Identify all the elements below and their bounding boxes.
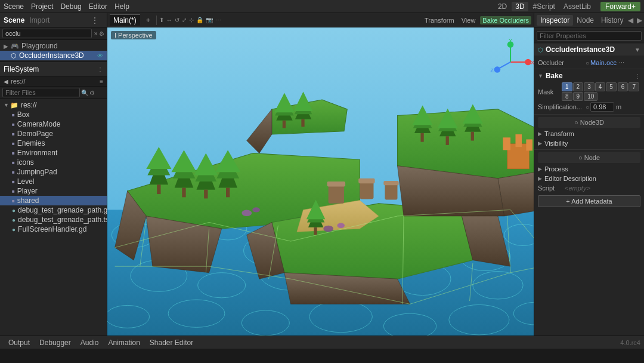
menu-scene[interactable]: Scene (4, 2, 24, 11)
filesystem-filter-input[interactable] (2, 88, 80, 97)
mask-btn-1[interactable]: 1 (562, 82, 572, 91)
svg-point-100 (252, 207, 260, 212)
inspector-nav: ◀ ▶ (627, 16, 643, 24)
viewport-canvas[interactable]: I Perspective (107, 27, 534, 336)
scene-search-input[interactable] (2, 29, 92, 38)
fs-item-icons[interactable]: ■ icons (0, 158, 107, 167)
fs-item-debug-gd[interactable]: ● debug_test_grenade_path.gd (0, 205, 107, 215)
mode-script-button[interactable]: #Script (530, 2, 559, 11)
tab-history[interactable]: History (597, 15, 627, 26)
add-metadata-button[interactable]: + Add Metadata (538, 195, 640, 207)
filesystem-path[interactable]: ◀ res:// ≡ (0, 76, 107, 87)
mask-btn-3[interactable]: 3 (584, 82, 595, 91)
filesystem-filter-icon[interactable]: 🔍 (81, 90, 88, 96)
transform-button[interactable]: Transform (422, 17, 457, 24)
mask-btn-6[interactable]: 6 (618, 82, 628, 91)
inspector-content: ⬡ OccluderInstance3D ▼ Occluder ○ Main.o… (534, 27, 644, 336)
bake-title-row[interactable]: ▼ Bake ⋮ (538, 70, 640, 81)
toolbar-icon-3[interactable]: ↺ (175, 17, 179, 23)
toolbar-icon-1[interactable]: ⬆ (159, 17, 164, 23)
filter-properties-input[interactable] (537, 31, 642, 41)
filesystem-filter-settings[interactable]: ⚙ (89, 90, 95, 96)
fs-item-cameramode[interactable]: ■ CameraMode (0, 119, 107, 129)
simplification-value-input[interactable] (590, 102, 614, 112)
tab-node[interactable]: Node (573, 15, 597, 26)
mode-assetlib-button[interactable]: AssetLib (560, 2, 595, 11)
tree-item-occluder[interactable]: ⬡ OccluderInstance3D 👁 (0, 51, 107, 60)
fs-item-fullscreen[interactable]: ● FullScreenHandler.gd (0, 224, 107, 234)
toolbar-icon-dots[interactable]: ⋯ (215, 17, 221, 23)
tab-animation[interactable]: Animation (103, 338, 144, 347)
fs-item-shared[interactable]: ■ shared (0, 196, 107, 205)
viewport-tab-new[interactable]: + (143, 15, 154, 26)
mask-btn-2[interactable]: 2 (573, 82, 584, 91)
node-type-icon: ⬡ (538, 47, 543, 53)
toolbar-icon-lock[interactable]: 🔒 (196, 17, 203, 23)
mask-btn-5[interactable]: 5 (606, 82, 617, 91)
mode-3d-button[interactable]: 3D (512, 2, 528, 11)
svg-point-102 (337, 223, 345, 228)
tab-import[interactable]: Import (29, 16, 49, 24)
mask-btn-10[interactable]: 10 (584, 92, 597, 101)
fs-item-demopage[interactable]: ■ DemoPage (0, 129, 107, 139)
toolbar-icon-4[interactable]: ⤢ (182, 17, 187, 23)
fs-dot-player: ■ (12, 189, 15, 194)
transform-row[interactable]: ▶ Transform (538, 129, 640, 139)
bake-menu-icon[interactable]: ⋮ (634, 73, 640, 79)
fs-item-res[interactable]: ▼ 📁 res:// (0, 100, 107, 110)
tab-scene[interactable]: Scene (4, 16, 24, 24)
occluder-dots[interactable]: ⋯ (619, 60, 624, 66)
simplification-label: Simplification... (538, 103, 586, 110)
fs-dot-environment: ■ (12, 150, 15, 156)
toolbar-icon-camera[interactable]: 📷 (206, 17, 213, 23)
menu-help[interactable]: Help (114, 2, 129, 11)
tab-inspector[interactable]: Inspector (537, 15, 573, 26)
filesystem-path-icon: ◀ (4, 78, 8, 85)
toolbar-icon-5[interactable]: ⊹ (189, 17, 194, 23)
scene-search-clear[interactable]: × (94, 30, 98, 37)
fs-item-debug-tscn[interactable]: ● debug_test_grenade_path.tscn (0, 215, 107, 224)
process-row[interactable]: ▶ Process (538, 164, 640, 174)
bake-occluders-button[interactable]: Bake Occluders (480, 16, 531, 24)
fs-icon-debug-tscn: ● (12, 217, 16, 223)
forward-button[interactable]: Forward+ (600, 2, 640, 11)
filesystem-menu-icon[interactable]: ⋮ (97, 66, 103, 72)
fs-item-environment[interactable]: ■ Environment (0, 148, 107, 158)
scene-panel-menu-icon[interactable]: ⋮ (91, 16, 98, 24)
svg-rect-106 (526, 139, 532, 150)
tree-visibility-icon[interactable]: 👁 (97, 53, 103, 59)
fs-label-shared: shared (17, 196, 39, 205)
inspector-back-button[interactable]: ◀ (627, 16, 634, 24)
left-panel: Scene Import ⋮ × ⚙ ▶ 🎮 Playground ⬡ Occl… (0, 13, 107, 336)
menu-editor[interactable]: Editor (89, 2, 107, 11)
view-button[interactable]: View (459, 17, 478, 24)
node-expand-icon[interactable]: ▼ (634, 47, 640, 53)
tab-shader-editor[interactable]: Shader Editor (145, 338, 198, 347)
viewport-tab-main[interactable]: Main(*) (110, 14, 140, 26)
mode-2d-button[interactable]: 2D (494, 2, 510, 11)
tab-output[interactable]: Output (4, 338, 35, 347)
tab-audio[interactable]: Audio (76, 338, 104, 347)
tab-debugger[interactable]: Debugger (35, 338, 76, 347)
menu-debug[interactable]: Debug (60, 2, 81, 11)
process-arrow: ▶ (538, 166, 542, 172)
occluder-value[interactable]: Main.occ (590, 59, 617, 66)
toolbar-icon-2[interactable]: ↔ (166, 17, 172, 23)
fs-item-level[interactable]: ■ Level (0, 177, 107, 186)
scene-filter-icon[interactable]: ⚙ (99, 30, 104, 37)
mask-btn-9[interactable]: 9 (573, 92, 584, 101)
inspector-forward-button[interactable]: ▶ (636, 16, 643, 24)
editor-desc-row[interactable]: ▶ Editor Description (538, 174, 640, 183)
fs-item-jumpingpad[interactable]: ■ JumpingPad (0, 167, 107, 177)
filesystem-layout-icon[interactable]: ≡ (100, 78, 103, 85)
mask-btn-7[interactable]: 7 (628, 82, 639, 91)
visibility-row[interactable]: ▶ Visibility (538, 139, 640, 148)
fs-item-enemies[interactable]: ■ Enemies (0, 139, 107, 148)
fs-dot-cameramode: ■ (12, 122, 15, 127)
mask-btn-4[interactable]: 4 (595, 82, 606, 91)
mask-btn-8[interactable]: 8 (562, 92, 572, 101)
menu-project[interactable]: Project (31, 2, 53, 11)
fs-item-player[interactable]: ■ Player (0, 186, 107, 196)
fs-item-box[interactable]: ■ Box (0, 110, 107, 119)
tree-item-playground[interactable]: ▶ 🎮 Playground (0, 41, 107, 51)
